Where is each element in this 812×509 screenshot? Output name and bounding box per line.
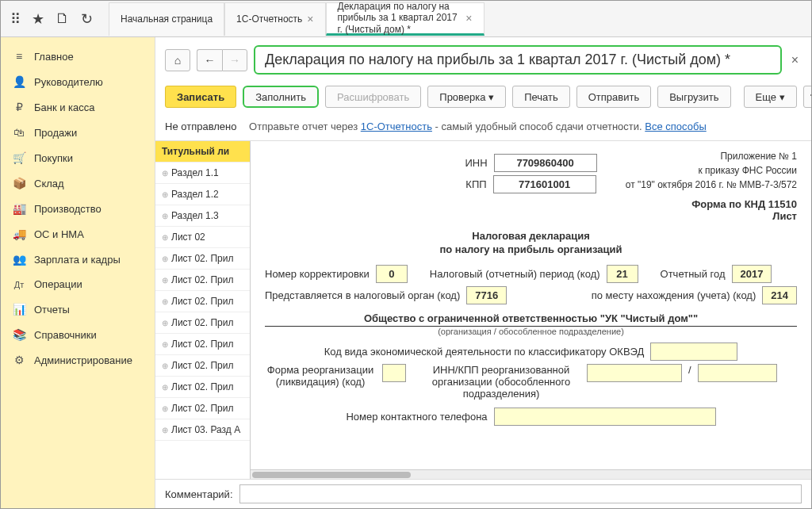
org-name: Общество с ограниченной ответственностью… (265, 311, 797, 327)
decode-button[interactable]: Расшифровать (325, 86, 421, 108)
okved-field[interactable] (650, 343, 737, 361)
bullet-icon: ⊕ (162, 169, 168, 178)
sidebar-item-sales[interactable]: 🛍Продажи (1, 120, 155, 145)
reorg-field[interactable] (382, 364, 406, 382)
tree-item[interactable]: ⊕Лист 02 (155, 227, 250, 248)
status-bar: Не отправлено Отправьте отчет через 1С-О… (155, 116, 811, 141)
user-icon: 👤 (12, 75, 26, 88)
tab-reporting[interactable]: 1С-Отчетность× (224, 2, 325, 36)
kpp-label: КПП (465, 178, 486, 190)
place-label: по месту нахождения (учета) (код) (592, 289, 756, 301)
link-all-methods[interactable]: Все способы (645, 121, 706, 132)
year-field[interactable]: 2017 (732, 265, 772, 283)
sidebar-item-directories[interactable]: 📚Справочники (1, 322, 155, 347)
tab-declaration[interactable]: Декларация по налогу на прибыль за 1 ква… (326, 2, 485, 36)
corr-field[interactable]: 0 (376, 265, 408, 283)
scrollbar-thumb[interactable] (252, 472, 411, 478)
close-icon[interactable]: × (465, 12, 472, 25)
corr-label: Номер корректировки (265, 268, 370, 280)
tree-item[interactable]: Титульный ли (155, 141, 250, 163)
truck-icon: 🚚 (12, 228, 26, 240)
reorg-inn-label: ИНН/КПП реорганизованной организации (об… (422, 364, 580, 400)
reorg-kpp-field[interactable] (698, 364, 777, 382)
okved-label: Код вида экономической деятельности по к… (324, 346, 645, 358)
tree-item[interactable]: ⊕Лист 02. Прил (155, 377, 250, 398)
status-label: Не отправлено (165, 121, 236, 132)
tree-item[interactable]: ⊕Раздел 1.1 (155, 163, 250, 184)
bullet-icon: ⊕ (162, 426, 168, 434)
tabs: Начальная страница 1С-Отчетность× Деклар… (109, 2, 485, 36)
sidebar-item-warehouse[interactable]: 📦Склад (1, 170, 155, 196)
tree-item[interactable]: ⊕Лист 02. Прил (155, 291, 250, 312)
bullet-icon: ⊕ (162, 362, 168, 370)
sidebar-item-production[interactable]: 🏭Производство (1, 196, 155, 221)
bullet-icon: ⊕ (162, 190, 168, 199)
sidebar-item-salary[interactable]: 👥Зарплата и кадры (1, 247, 155, 272)
tree-item[interactable]: ⊕Раздел 1.2 (155, 184, 250, 205)
more-button[interactable]: Еще ▾ (744, 86, 797, 108)
history-icon[interactable]: ↻ (81, 10, 93, 28)
tree-item[interactable]: ⊕Лист 03. Разд А (155, 419, 250, 441)
tree-item[interactable]: ⊕Лист 02. Прил (155, 334, 250, 355)
people-icon: 👥 (12, 253, 26, 266)
factory-icon: 🏭 (12, 202, 26, 215)
clipboard-icon[interactable]: 🗋 (56, 10, 70, 27)
form-title: Налоговая декларация (265, 230, 797, 242)
tree-item[interactable]: ⊕Лист 02. Прил (155, 270, 250, 291)
tree-item[interactable]: ⊕Раздел 1.3 (155, 205, 250, 227)
sidebar-item-operations[interactable]: ДтОперации (1, 272, 155, 297)
sidebar-item-assets[interactable]: 🚚ОС и НМА (1, 221, 155, 247)
inn-label: ИНН (465, 157, 487, 169)
bullet-icon: ⊕ (162, 212, 168, 220)
link-1c-reporting[interactable]: 1С-Отчетность (361, 121, 432, 132)
tab-home[interactable]: Начальная страница (109, 2, 224, 36)
topbar: ⠿ ★ 🗋 ↻ Начальная страница 1С-Отчетность… (1, 1, 811, 37)
kpp-field[interactable]: 771601001 (493, 175, 596, 193)
bullet-icon: ⊕ (162, 297, 168, 306)
menu-icon: ≡ (12, 50, 26, 63)
organ-field[interactable]: 7716 (466, 286, 507, 304)
sidebar-item-main[interactable]: ≡Главное (1, 44, 155, 69)
inn-field[interactable]: 7709860400 (494, 154, 597, 172)
bullet-icon: ⊕ (162, 340, 168, 349)
back-button[interactable]: ← (197, 49, 222, 71)
horizontal-scrollbar[interactable] (251, 469, 811, 479)
print-button[interactable]: Печать (512, 86, 570, 108)
organ-label: Представляется в налоговый орган (код) (265, 289, 460, 301)
sidebar-item-bank[interactable]: ₽Банк и касса (1, 94, 155, 120)
tree-item[interactable]: ⊕Лист 02. Прил (155, 248, 250, 270)
reorg-inn-field[interactable] (587, 364, 682, 382)
apps-icon[interactable]: ⠿ (10, 10, 21, 28)
bullet-icon: ⊕ (162, 319, 168, 327)
form-subtitle: по налогу на прибыль организаций (265, 243, 797, 255)
chart-icon: 📊 (12, 303, 26, 316)
sidebar-item-manager[interactable]: 👤Руководителю (1, 69, 155, 94)
tree-item[interactable]: ⊕Лист 02. Прил (155, 312, 250, 334)
knd-note: Форма по КНД 11510 Лист (265, 198, 797, 222)
comment-input[interactable] (239, 484, 802, 503)
star-icon[interactable]: ★ (32, 10, 44, 28)
check-button[interactable]: Проверка ▾ (427, 86, 506, 108)
export-button[interactable]: Выгрузить (657, 86, 730, 108)
period-field[interactable]: 21 (607, 265, 638, 283)
close-icon[interactable]: × (307, 13, 313, 25)
tree-item[interactable]: ⊕Лист 02. Прил (155, 355, 250, 377)
fill-button[interactable]: Заполнить (243, 86, 319, 108)
tree-item[interactable]: ⊕Лист 02. Прил (155, 398, 250, 419)
bullet-icon: ⊕ (162, 404, 168, 413)
phone-field[interactable] (494, 408, 716, 426)
bullet-icon: ⊕ (162, 383, 168, 392)
forward-button[interactable]: → (222, 49, 247, 71)
sidebar-item-reports[interactable]: 📊Отчеты (1, 297, 155, 322)
bullet-icon: ⊕ (162, 276, 168, 285)
slash: / (688, 364, 691, 376)
sidebar: ≡Главное 👤Руководителю ₽Банк и касса 🛍Пр… (1, 37, 155, 508)
close-page-button[interactable]: × (788, 53, 802, 67)
sidebar-item-purchases[interactable]: 🛒Покупки (1, 145, 155, 170)
save-button[interactable]: Записать (165, 86, 236, 108)
sidebar-item-admin[interactable]: ⚙Администрирование (1, 347, 155, 373)
place-field[interactable]: 214 (762, 286, 797, 304)
send-button[interactable]: Отправить (576, 86, 651, 108)
home-button[interactable]: ⌂ (165, 49, 190, 71)
help-button[interactable]: ? (803, 86, 811, 108)
